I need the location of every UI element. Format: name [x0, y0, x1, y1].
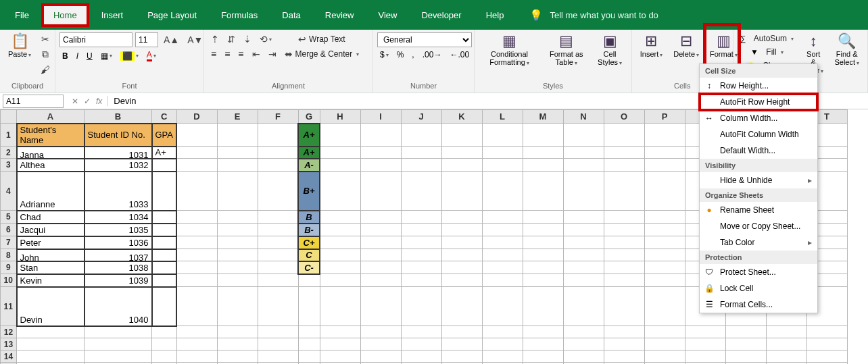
cell-D9[interactable]: [176, 261, 217, 274]
cell-M11[interactable]: [523, 287, 563, 326]
cell-N8[interactable]: [563, 249, 604, 261]
column-header-H[interactable]: H: [320, 110, 360, 124]
cell-O7[interactable]: [604, 236, 644, 249]
row-header-3[interactable]: 3: [1, 159, 17, 172]
row-header-7[interactable]: 7: [1, 236, 17, 249]
cell-L14[interactable]: [482, 350, 523, 363]
align-left-button[interactable]: ≡: [208, 47, 219, 61]
cell-D10[interactable]: [176, 274, 217, 287]
align-bottom-button[interactable]: ⇣: [241, 32, 254, 46]
cell-P10[interactable]: [644, 274, 685, 287]
row-header-5[interactable]: 5: [1, 211, 17, 224]
border-button[interactable]: ▦: [98, 50, 115, 62]
cell-B5[interactable]: 1034: [85, 211, 152, 224]
cell-S14[interactable]: [766, 350, 806, 363]
cell-M14[interactable]: [523, 350, 563, 363]
find-select-button[interactable]: 🔍 Find & Select: [830, 32, 863, 68]
cell-I7[interactable]: [360, 236, 401, 249]
bold-button[interactable]: B: [59, 50, 71, 62]
wrap-text-button[interactable]: ↩ Wrap Text: [282, 32, 362, 46]
cell-styles-button[interactable]: ▣ Cell Styles: [592, 32, 627, 68]
cell-F6[interactable]: [258, 224, 298, 236]
cell-K8[interactable]: [441, 249, 482, 261]
cell-N12[interactable]: [563, 326, 604, 338]
cell-K7[interactable]: [441, 236, 482, 249]
cell-M3[interactable]: [523, 159, 563, 172]
cell-P11[interactable]: [644, 287, 685, 326]
cell-A3[interactable]: Althea: [17, 159, 85, 172]
menu-lock-cell[interactable]: 🔒Lock Cell: [700, 280, 817, 296]
cell-L13[interactable]: [482, 338, 523, 350]
cell-L4[interactable]: [482, 172, 523, 211]
cell-D6[interactable]: [176, 224, 217, 236]
menu-move-copy-sheet[interactable]: Move or Copy Sheet...: [700, 218, 817, 234]
cell-L5[interactable]: [482, 211, 523, 224]
cell-O13[interactable]: [604, 338, 644, 350]
cell-F2[interactable]: [258, 147, 298, 159]
cell-N7[interactable]: [563, 236, 604, 249]
cell-R14[interactable]: [725, 350, 766, 363]
row-header-4[interactable]: 4: [1, 172, 17, 211]
tab-formulas[interactable]: Formulas: [209, 3, 270, 27]
cell-P7[interactable]: [644, 236, 685, 249]
cell-J9[interactable]: [401, 261, 441, 274]
cell-N2[interactable]: [563, 147, 604, 159]
menu-protect-sheet[interactable]: 🛡Protect Sheet...: [700, 264, 817, 280]
cell-M10[interactable]: [523, 274, 563, 287]
cell-O2[interactable]: [604, 147, 644, 159]
cell-B9[interactable]: 1038: [85, 261, 152, 274]
cell-O12[interactable]: [604, 326, 644, 338]
cell-N4[interactable]: [563, 172, 604, 211]
cell-J10[interactable]: [401, 274, 441, 287]
cell-G2[interactable]: A+: [298, 147, 320, 159]
cell-G4[interactable]: B+: [298, 172, 320, 211]
cell-G8[interactable]: C: [298, 249, 320, 261]
cell-H3[interactable]: [320, 159, 360, 172]
cell-I11[interactable]: [360, 287, 401, 326]
cell-P14[interactable]: [644, 350, 685, 363]
tab-help[interactable]: Help: [474, 3, 516, 27]
copy-button[interactable]: ⧉: [38, 47, 53, 61]
conditional-formatting-button[interactable]: ▦ Conditional Formatting: [479, 32, 540, 68]
cell-H1[interactable]: [320, 124, 360, 147]
cell-E3[interactable]: [217, 159, 258, 172]
cell-B13[interactable]: [85, 338, 152, 350]
cell-E1[interactable]: [217, 124, 258, 147]
cell-F4[interactable]: [258, 172, 298, 211]
cell-E7[interactable]: [217, 236, 258, 249]
cell-I14[interactable]: [360, 350, 401, 363]
cell-O14[interactable]: [604, 350, 644, 363]
row-header-11[interactable]: 11: [1, 287, 17, 326]
cell-K1[interactable]: [441, 124, 482, 147]
cell-O9[interactable]: [604, 261, 644, 274]
cell-M12[interactable]: [523, 326, 563, 338]
cell-P8[interactable]: [644, 249, 685, 261]
cell-G11[interactable]: [298, 287, 320, 326]
cell-B7[interactable]: 1036: [85, 236, 152, 249]
cell-O8[interactable]: [604, 249, 644, 261]
cell-M6[interactable]: [523, 224, 563, 236]
cell-G9[interactable]: C-: [298, 261, 320, 274]
cell-P2[interactable]: [644, 147, 685, 159]
cell-P12[interactable]: [644, 326, 685, 338]
cell-K11[interactable]: [441, 287, 482, 326]
cell-H6[interactable]: [320, 224, 360, 236]
decrease-font-button[interactable]: A▼: [185, 33, 206, 47]
cell-F10[interactable]: [258, 274, 298, 287]
cell-E5[interactable]: [217, 211, 258, 224]
tab-review[interactable]: Review: [313, 3, 366, 27]
cell-R12[interactable]: [725, 326, 766, 338]
cell-D7[interactable]: [176, 236, 217, 249]
fill-button[interactable]: ▼ Fill: [738, 46, 796, 58]
orientation-button[interactable]: ⟲: [257, 32, 274, 46]
cell-J1[interactable]: [401, 124, 441, 147]
cell-I10[interactable]: [360, 274, 401, 287]
menu-autofit-row-height[interactable]: AutoFit Row Height: [700, 94, 817, 110]
cell-M5[interactable]: [523, 211, 563, 224]
cell-Q13[interactable]: [685, 338, 725, 350]
cell-N3[interactable]: [563, 159, 604, 172]
tell-me[interactable]: 💡 Tell me what you want to do: [529, 9, 658, 22]
format-painter-button[interactable]: 🖌: [38, 63, 53, 76]
cell-C4[interactable]: [152, 172, 177, 211]
cell-J13[interactable]: [401, 338, 441, 350]
